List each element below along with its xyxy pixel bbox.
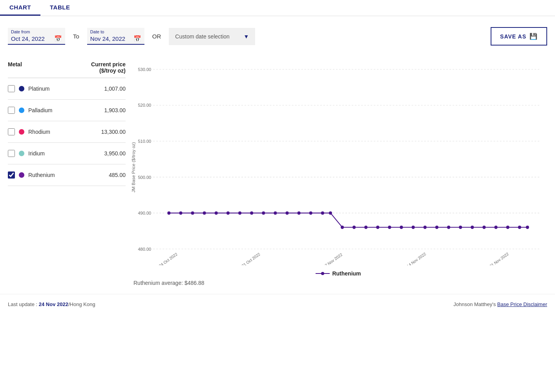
list-item: Rhodium 13,300.00 xyxy=(8,121,126,143)
last-update-suffix: /Hong Kong xyxy=(68,301,95,307)
svg-point-30 xyxy=(309,211,312,215)
svg-text:510.00: 510.00 xyxy=(138,139,151,144)
svg-text:21 Nov 2022: 21 Nov 2022 xyxy=(489,252,509,265)
date-to-input[interactable] xyxy=(90,35,133,42)
svg-point-36 xyxy=(376,226,379,229)
chart-legend: Ruthenium xyxy=(130,270,547,277)
ruthenium-checkbox[interactable] xyxy=(8,171,15,179)
svg-point-20 xyxy=(191,211,194,215)
custom-date-dropdown-label: Custom date selection xyxy=(175,33,230,40)
chevron-down-icon: ▼ xyxy=(243,33,249,40)
sidebar-header: Metal Current price($/troy oz) xyxy=(8,61,126,78)
calendar-to-icon[interactable]: 📅 xyxy=(133,35,141,42)
date-from-input[interactable] xyxy=(11,35,54,42)
svg-point-37 xyxy=(388,226,391,229)
svg-text:31 Oct 2022: 31 Oct 2022 xyxy=(241,252,261,265)
svg-point-43 xyxy=(459,226,462,229)
svg-point-18 xyxy=(167,211,170,215)
main-content: Metal Current price($/troy oz) Platinum … xyxy=(0,53,555,286)
footer: Last update : 24 Nov 2022/Hong Kong John… xyxy=(0,294,555,311)
svg-point-29 xyxy=(298,211,301,215)
svg-point-38 xyxy=(400,226,403,229)
or-label: OR xyxy=(151,33,163,40)
svg-text:JM Base Price ($/troy oz): JM Base Price ($/troy oz) xyxy=(131,142,136,193)
svg-text:530.00: 530.00 xyxy=(138,67,151,72)
last-update-date: 24 Nov 2022 xyxy=(39,301,68,307)
tab-table[interactable]: TABLE xyxy=(40,0,79,16)
last-update-prefix: Last update : xyxy=(8,301,39,307)
save-icon: 💾 xyxy=(529,33,538,40)
svg-point-27 xyxy=(274,211,277,215)
list-item: Palladium 1,903.00 xyxy=(8,100,126,121)
to-separator: To xyxy=(71,33,81,40)
palladium-dot xyxy=(19,108,24,113)
svg-text:14 Nov 2022: 14 Nov 2022 xyxy=(406,252,427,265)
svg-point-34 xyxy=(352,226,356,229)
col-price-header: Current price($/troy oz) xyxy=(86,61,126,74)
tab-chart[interactable]: CHART xyxy=(0,0,40,16)
last-update: Last update : 24 Nov 2022/Hong Kong xyxy=(8,301,95,307)
save-as-button[interactable]: SAVE AS 💾 xyxy=(491,27,547,46)
save-as-label: SAVE AS xyxy=(500,33,526,40)
svg-point-41 xyxy=(435,226,438,229)
svg-point-32 xyxy=(329,211,332,215)
disclaimer: Johnson Matthey's Base Price Disclaimer xyxy=(453,301,547,307)
svg-point-28 xyxy=(285,211,288,215)
svg-point-21 xyxy=(203,211,206,215)
svg-point-19 xyxy=(179,211,182,215)
svg-point-47 xyxy=(506,226,509,229)
rhodium-dot xyxy=(19,129,24,135)
svg-text:480.00: 480.00 xyxy=(138,246,151,251)
iridium-name: Iridium xyxy=(28,150,90,157)
rhodium-price: 13,300.00 xyxy=(94,129,126,135)
svg-point-22 xyxy=(215,211,218,215)
list-item: Ruthenium 485.00 xyxy=(8,164,126,186)
date-from-field[interactable]: Date from 📅 xyxy=(8,28,65,45)
svg-point-44 xyxy=(471,226,474,229)
svg-point-48 xyxy=(518,226,521,229)
ruthenium-price: 485.00 xyxy=(94,172,126,178)
svg-text:490.00: 490.00 xyxy=(138,211,151,215)
svg-point-23 xyxy=(226,211,230,215)
chart-average: Ruthenium average: $486.88 xyxy=(130,280,547,286)
calendar-from-icon[interactable]: 📅 xyxy=(54,35,62,42)
svg-point-33 xyxy=(341,226,344,229)
sidebar: Metal Current price($/troy oz) Platinum … xyxy=(0,53,126,286)
svg-point-31 xyxy=(321,211,324,215)
chart-area: JM Base Price ($/troy oz) 530.00 520.00 … xyxy=(126,53,555,286)
legend-ruthenium: Ruthenium xyxy=(316,270,361,277)
svg-point-26 xyxy=(262,211,265,215)
legend-ruthenium-label: Ruthenium xyxy=(332,270,361,277)
svg-point-46 xyxy=(494,226,497,229)
price-chart: JM Base Price ($/troy oz) 530.00 520.00 … xyxy=(130,61,547,265)
list-item: Iridium 3,950.00 xyxy=(8,143,126,164)
iridium-checkbox[interactable] xyxy=(8,150,15,157)
svg-text:520.00: 520.00 xyxy=(138,103,151,108)
date-to-label: Date to xyxy=(90,29,141,34)
legend-line-icon xyxy=(316,271,330,276)
svg-point-42 xyxy=(447,226,450,229)
svg-text:500.00: 500.00 xyxy=(138,175,151,179)
svg-text:7 Nov 2022: 7 Nov 2022 xyxy=(324,252,343,265)
rhodium-checkbox[interactable] xyxy=(8,128,15,135)
ruthenium-dot xyxy=(19,172,24,178)
svg-point-40 xyxy=(424,226,427,229)
rhodium-name: Rhodium xyxy=(28,129,90,135)
disclaimer-link[interactable]: Base Price Disclaimer xyxy=(497,301,547,307)
svg-point-39 xyxy=(412,226,415,229)
platinum-checkbox[interactable] xyxy=(8,85,15,92)
platinum-price: 1,007.00 xyxy=(94,86,126,92)
iridium-dot xyxy=(19,151,24,156)
custom-date-dropdown[interactable]: Custom date selection ▼ xyxy=(169,28,255,45)
date-from-label: Date from xyxy=(11,29,62,34)
svg-point-51 xyxy=(321,272,324,275)
iridium-price: 3,950.00 xyxy=(94,150,126,157)
svg-point-25 xyxy=(250,211,253,215)
palladium-price: 1,903.00 xyxy=(94,107,126,113)
list-item: Platinum 1,007.00 xyxy=(8,78,126,100)
tabs-bar: CHART TABLE xyxy=(0,0,555,16)
palladium-checkbox[interactable] xyxy=(8,107,15,114)
palladium-name: Palladium xyxy=(28,107,90,113)
date-to-field[interactable]: Date to 📅 xyxy=(87,28,144,45)
svg-point-49 xyxy=(526,226,529,229)
